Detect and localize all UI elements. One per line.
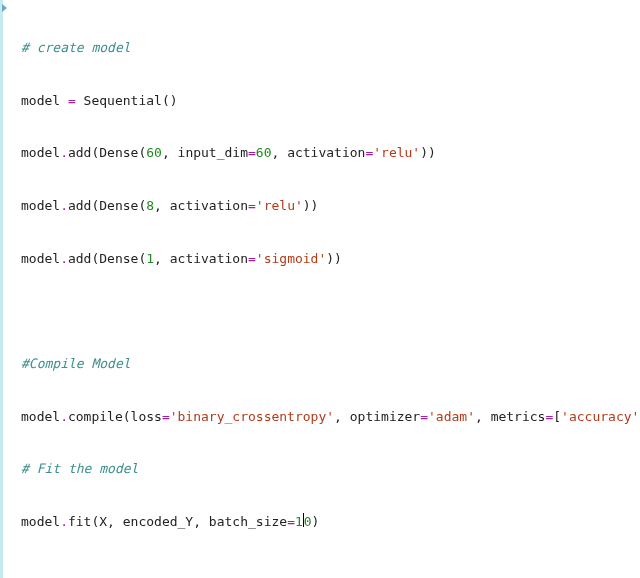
- code-cell[interactable]: # create model model = Sequential() mode…: [0, 0, 640, 578]
- code-line[interactable]: # Fit the model: [7, 460, 640, 478]
- code-line[interactable]: model.add(Dense(1, activation='sigmoid')…: [7, 250, 640, 268]
- code-line[interactable]: model.add(Dense(8, activation='relu')): [7, 197, 640, 215]
- code-line[interactable]: [7, 302, 640, 320]
- code-line[interactable]: model.fit(X, encoded_Y, batch_size=10): [7, 513, 640, 531]
- code-line[interactable]: model = Sequential(): [7, 92, 640, 110]
- code-comment: # create model: [21, 40, 131, 55]
- code-line[interactable]: # create model: [7, 39, 640, 57]
- code-line[interactable]: model.add(Dense(60, input_dim=60, activa…: [7, 144, 640, 162]
- notebook-view: # create model model = Sequential() mode…: [0, 0, 640, 578]
- code-line[interactable]: model.compile(loss='binary_crossentropy'…: [7, 408, 640, 426]
- chevron-right-icon: [2, 4, 7, 12]
- code-line[interactable]: #Compile Model: [7, 355, 640, 373]
- code-line[interactable]: [7, 566, 640, 578]
- code-comment: # Fit the model: [21, 461, 138, 476]
- code-comment: #Compile Model: [21, 356, 131, 371]
